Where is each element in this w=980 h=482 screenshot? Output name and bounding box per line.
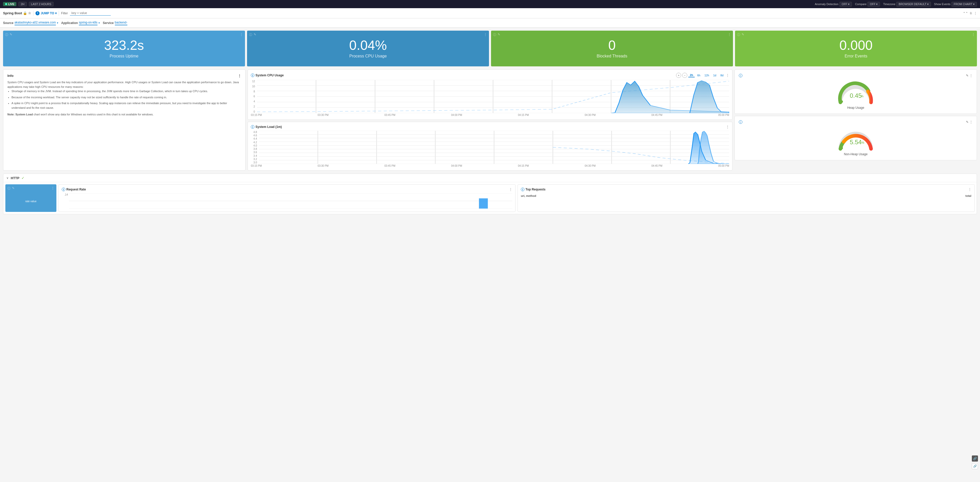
- divider2: [59, 11, 59, 16]
- nonheap-gauge-panel: i ✎ ⋮ 5.54 %: [735, 116, 977, 160]
- time-6h[interactable]: 6h: [696, 73, 702, 77]
- time-1d[interactable]: 1d: [712, 73, 718, 77]
- info-menu[interactable]: ⋮: [238, 74, 241, 78]
- top-nav: LIVE 2H LAST 2 HOURS Anomaly Detection O…: [0, 0, 980, 8]
- compare-toggle[interactable]: OFF ▾: [867, 2, 880, 6]
- blocked-threads-card: ⓘ ✎ ⋮ 0 Blocked Threads: [491, 31, 733, 66]
- chart-menu-load[interactable]: ⋮: [726, 125, 729, 129]
- http-card-icons: ⓘ ✎: [7, 186, 14, 191]
- info-panel: Info ⋮ System CPU usages and System Load…: [3, 70, 245, 170]
- edit-icon-nonheap[interactable]: ✎: [966, 120, 969, 124]
- info-icon-http: ⓘ: [7, 186, 11, 191]
- svg-marker-34: [698, 131, 721, 164]
- cpu-title-text: System CPU Usage: [256, 73, 284, 77]
- request-rate-chart: .14: [62, 193, 512, 208]
- load-chart-area: [259, 131, 729, 164]
- zoom-in-btn[interactable]: +: [676, 73, 681, 78]
- error-events-card: ⓘ ✎ ⋮ 0.000 Error Events: [735, 31, 977, 66]
- breadcrumb-bar: Spring Boot 🔒 ☆ i JUMP TO ▾ Filter ⌃⌃ ⎘ …: [0, 8, 980, 18]
- http-card-menu[interactable]: ⋮: [51, 186, 54, 190]
- svg-text:0.45: 0.45: [850, 92, 862, 99]
- heap-label: Heap Usage: [847, 106, 864, 110]
- anomaly-label: Anomaly Detection: [815, 3, 838, 6]
- info-icon-4: ⓘ: [737, 33, 740, 37]
- chevron-down-icon: ▾: [55, 11, 57, 15]
- show-events-select[interactable]: FROM CHART ▾: [951, 2, 977, 6]
- more-icon[interactable]: ⋮: [974, 11, 977, 15]
- card-icons-1: ⓘ ✎: [5, 33, 12, 37]
- zoom-out-btn[interactable]: −: [682, 73, 687, 78]
- card-menu-2[interactable]: ⋮: [484, 33, 487, 36]
- anomaly-toggle[interactable]: OFF ▾: [839, 2, 852, 6]
- filter-input[interactable]: [70, 11, 111, 16]
- info-icon-1: ⓘ: [5, 33, 8, 37]
- menu-icon-nonheap[interactable]: ⋮: [969, 120, 973, 124]
- time-8d[interactable]: 8d: [719, 73, 725, 77]
- info-note: Note: System Load chart won't show any d…: [7, 112, 241, 117]
- svg-text:5.54: 5.54: [850, 138, 862, 146]
- list-item: Because of the incoming workload. The se…: [11, 95, 241, 100]
- card-icons-3: ⓘ ✎: [493, 33, 500, 37]
- request-rate-small: rate value: [25, 200, 37, 203]
- nonheap-label: Non-Heap Usage: [844, 153, 868, 156]
- app-chevron[interactable]: ▾: [99, 21, 100, 24]
- show-events-label: Show Events: [934, 3, 950, 6]
- edit-icon-2[interactable]: ✎: [254, 33, 256, 37]
- compare-label: Compare: [855, 3, 866, 6]
- timezone: Timezone BROWSER DEFAULT ▾: [883, 2, 931, 6]
- live-label: LIVE: [8, 3, 14, 6]
- info-title: Info ⋮: [7, 74, 241, 78]
- request-rate-panel: i Request Rate ⋮ .14: [59, 185, 515, 212]
- time-2h[interactable]: 2h: [688, 73, 695, 77]
- source-chevron[interactable]: ▾: [57, 21, 58, 24]
- edit-icon-4[interactable]: ✎: [741, 33, 744, 37]
- application-value[interactable]: spring-on-k8s: [79, 21, 97, 25]
- last-time-button[interactable]: LAST 2 HOURS: [29, 2, 54, 6]
- share-icon[interactable]: ⎘: [970, 11, 972, 15]
- col2-header: total: [966, 194, 971, 197]
- live-badge[interactable]: LIVE: [3, 2, 16, 6]
- http-header[interactable]: ∨ HTTP ✓: [3, 174, 977, 182]
- source-value[interactable]: akalashnyko-a02.vmware.com: [14, 21, 56, 25]
- card-menu-4[interactable]: ⋮: [972, 33, 975, 36]
- load-x-axis: 03:15 PM 03:30 PM 03:45 PM 04:00 PM 04:1…: [251, 164, 729, 167]
- service-value[interactable]: backend-: [115, 21, 127, 25]
- edit-icon-heap[interactable]: ✎: [966, 74, 969, 77]
- jump-to-button[interactable]: i JUMP TO ▾: [35, 11, 57, 15]
- cpu-chart-panel: i System CPU Usage + − 2h 6h 12h 1d 8d ⋮: [248, 70, 732, 120]
- card-menu-1[interactable]: ⋮: [240, 33, 243, 36]
- edit-icon-1[interactable]: ✎: [10, 33, 12, 37]
- card-menu-3[interactable]: ⋮: [728, 33, 731, 36]
- menu-icon-heap[interactable]: ⋮: [969, 74, 973, 77]
- info-icon-load: i: [251, 125, 255, 129]
- star-icon[interactable]: ☆: [28, 11, 31, 15]
- info-icon-3: ⓘ: [493, 33, 496, 37]
- time-12h[interactable]: 12h: [703, 73, 711, 77]
- info-icon-tr: i: [521, 188, 525, 191]
- timezone-select[interactable]: BROWSER DEFAULT ▾: [896, 2, 931, 6]
- heap-gauge-panel: i ✎ ⋮: [735, 70, 977, 114]
- info-icon-heap: i: [739, 74, 742, 77]
- cpu-y-labels: 12 10 8 6 4 2 0: [251, 80, 256, 113]
- info-icon-cpu: i: [251, 73, 255, 77]
- cpu-label: Process CPU Usage: [349, 54, 387, 59]
- uptime-label: Process Uptime: [110, 54, 138, 59]
- middle-section: Info ⋮ System CPU usages and System Load…: [3, 70, 977, 170]
- chart-menu-tr[interactable]: ⋮: [968, 188, 971, 191]
- metric-cards: ⓘ ✎ ⋮ 323.2s Process Uptime ⓘ ✎ ⋮ 0.04% …: [3, 31, 977, 66]
- top-requests-title-text: Top Requests: [525, 188, 546, 191]
- nonheap-gauge-svg: 5.54 %: [835, 126, 876, 151]
- edit-icon-http[interactable]: ✎: [12, 186, 14, 191]
- note-end: as metrics used in this chart is not ava…: [83, 113, 153, 116]
- collapse-icon[interactable]: ⌃⌃: [963, 11, 968, 15]
- chevron-down-icon-http: ∨: [6, 176, 9, 180]
- chart-menu-rr[interactable]: ⋮: [509, 188, 512, 191]
- info-title-text: Info: [7, 74, 14, 78]
- svg-text:%: %: [862, 141, 864, 145]
- time-button[interactable]: 2H: [18, 2, 27, 6]
- edit-icon-3[interactable]: ✎: [498, 33, 500, 37]
- chart-menu-cpu[interactable]: ⋮: [726, 73, 729, 77]
- cpu-chart-controls: + − 2h 6h 12h 1d 8d ⋮: [676, 73, 729, 78]
- svg-rect-44: [479, 198, 488, 208]
- load-title-text: System Load (1m): [256, 125, 282, 129]
